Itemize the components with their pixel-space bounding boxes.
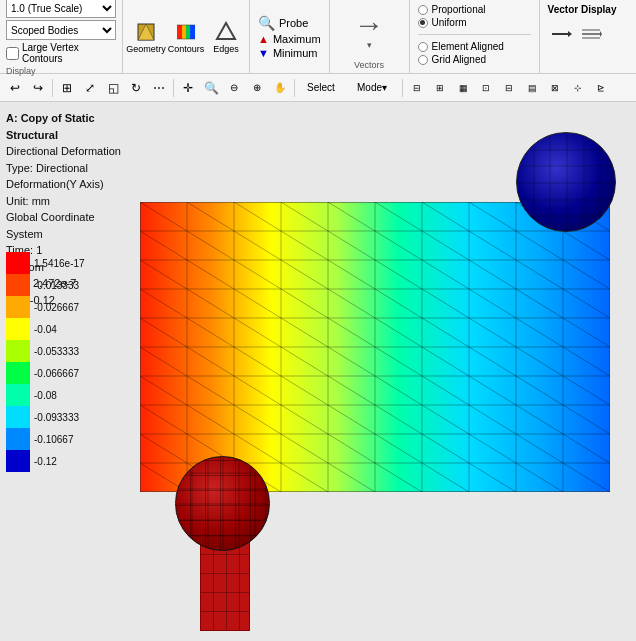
probe-label[interactable]: Probe xyxy=(279,17,308,29)
sphere-top-mesh xyxy=(517,133,617,233)
geometry-label: Geometry xyxy=(126,45,166,54)
vectors-label: Vectors xyxy=(354,60,384,74)
edges-icon xyxy=(215,21,237,43)
redo-btn[interactable]: ↪ xyxy=(27,77,49,99)
probe-row: 🔍 Probe xyxy=(258,15,321,31)
svg-rect-2 xyxy=(177,25,182,39)
visualization-area xyxy=(120,102,636,641)
geometry-button[interactable]: Geometry xyxy=(127,18,165,56)
view-btn[interactable]: ◱ xyxy=(102,77,124,99)
minimum-row: ▼ Minimum xyxy=(258,47,321,59)
ribbon-toolbar: 1.0 (True Scale) Scoped Bodies Large Ver… xyxy=(0,0,636,74)
scale-value-label: -0.10667 xyxy=(34,434,73,445)
cursor-btn[interactable]: ✛ xyxy=(177,77,199,99)
info-unit: Unit: mm xyxy=(6,193,129,210)
grid-aligned-option[interactable]: Grid Aligned xyxy=(418,54,531,65)
zoom-extent-btn[interactable]: ⤢ xyxy=(79,77,101,99)
scale-row: -0.093333 xyxy=(6,406,85,428)
zoom-in-btn[interactable]: 🔍 xyxy=(200,77,222,99)
scale-row: -0.08 xyxy=(6,384,85,406)
geo-icons-row: Geometry Contours Edges xyxy=(127,18,245,56)
scale-row: -0.013333 xyxy=(6,274,85,296)
scale-swatch xyxy=(6,384,30,406)
t2-btn[interactable]: ⊞ xyxy=(429,77,451,99)
scale-swatch xyxy=(6,406,30,428)
geometry-contours-section: Geometry Contours Edges xyxy=(123,0,250,74)
info-title: A: Copy of Static Structural xyxy=(6,110,129,143)
scale-value-label: -0.08 xyxy=(34,390,57,401)
svg-rect-5 xyxy=(190,25,195,39)
fem-mesh xyxy=(140,202,610,492)
grid-aligned-label: Grid Aligned xyxy=(432,54,486,65)
vector-display-label: Vector Display xyxy=(548,4,636,15)
mesh-svg xyxy=(140,202,610,492)
edges-button[interactable]: Edges xyxy=(207,18,245,56)
scale-value-label: -0.066667 xyxy=(34,368,79,379)
info-coord: Global Coordinate System xyxy=(6,209,129,242)
t3-btn[interactable]: ▦ xyxy=(452,77,474,99)
t7-btn[interactable]: ⊠ xyxy=(544,77,566,99)
vd-icon2[interactable] xyxy=(578,21,604,47)
large-vertex-checkbox[interactable] xyxy=(6,47,19,60)
more-btn[interactable]: ⋯ xyxy=(148,77,170,99)
sphere-top xyxy=(516,132,616,232)
vectors-section: → ▾ Vectors xyxy=(330,0,410,74)
scale-value-label: -0.053333 xyxy=(34,346,79,357)
element-aligned-radio[interactable] xyxy=(418,42,428,52)
scope-select[interactable]: Scoped Bodies xyxy=(6,20,116,40)
scale-row: 1.5416e-17 xyxy=(6,252,85,274)
element-aligned-option[interactable]: Element Aligned xyxy=(418,41,531,52)
color-scale: 1.5416e-17-0.013333-0.026667-0.04-0.0533… xyxy=(6,252,85,472)
scale-row: -0.10667 xyxy=(6,428,85,450)
contours-label: Contours xyxy=(168,45,205,54)
scale-row: -0.053333 xyxy=(6,340,85,362)
t4-btn[interactable]: ⊡ xyxy=(475,77,497,99)
grid-aligned-radio[interactable] xyxy=(418,55,428,65)
zoom-box-btn[interactable]: ⊕ xyxy=(246,77,268,99)
scale-row: -0.066667 xyxy=(6,362,85,384)
mode-btn[interactable]: Mode▾ xyxy=(345,77,399,99)
maximum-label[interactable]: Maximum xyxy=(273,33,321,45)
scale-swatch xyxy=(6,318,30,340)
scale-select[interactable]: 1.0 (True Scale) xyxy=(6,0,116,18)
scale-swatch xyxy=(6,362,30,384)
proportional-option[interactable]: Proportional xyxy=(418,4,531,15)
select-btn[interactable]: Select xyxy=(298,77,344,99)
svg-rect-3 xyxy=(182,25,186,39)
scale-swatch xyxy=(6,340,30,362)
scale-swatch xyxy=(6,296,30,318)
minimum-icon: ▼ xyxy=(258,47,269,59)
probe-icon: 🔍 xyxy=(258,15,275,31)
rotate-btn[interactable]: ↻ xyxy=(125,77,147,99)
scale-value-label: -0.013333 xyxy=(34,280,79,291)
scale-swatch xyxy=(6,252,30,274)
vectors-button[interactable]: → ▾ xyxy=(354,10,384,50)
scale-value-label: -0.12 xyxy=(34,456,57,467)
minimum-label[interactable]: Minimum xyxy=(273,47,318,59)
fit-btn[interactable]: ⊞ xyxy=(56,77,78,99)
t9-btn[interactable]: ⊵ xyxy=(590,77,612,99)
vd-icon1[interactable] xyxy=(548,21,574,47)
proportional-radio[interactable] xyxy=(418,5,428,15)
vector-display-section: Vector Display xyxy=(540,0,636,73)
t6-btn[interactable]: ▤ xyxy=(521,77,543,99)
large-vertex-checkbox-label[interactable]: Large Vertex Contours xyxy=(6,42,116,64)
uniform-label: Uniform xyxy=(432,17,467,28)
svg-rect-4 xyxy=(186,25,190,39)
contours-button[interactable]: Contours xyxy=(167,18,205,56)
uniform-option[interactable]: Uniform xyxy=(418,17,531,28)
pan-btn[interactable]: ✋ xyxy=(269,77,291,99)
scale-swatch xyxy=(6,428,30,450)
maximum-icon: ▲ xyxy=(258,33,269,45)
geometry-icon xyxy=(135,21,157,43)
scale-row: -0.04 xyxy=(6,318,85,340)
uniform-radio[interactable] xyxy=(418,18,428,28)
t5-btn[interactable]: ⊟ xyxy=(498,77,520,99)
undo-btn[interactable]: ↩ xyxy=(4,77,26,99)
t1-btn[interactable]: ⊟ xyxy=(406,77,428,99)
proportional-label: Proportional xyxy=(432,4,486,15)
t8-btn[interactable]: ⊹ xyxy=(567,77,589,99)
info-type: Directional Deformation xyxy=(6,143,129,160)
element-aligned-label: Element Aligned xyxy=(432,41,504,52)
zoom-out-btn[interactable]: ⊖ xyxy=(223,77,245,99)
